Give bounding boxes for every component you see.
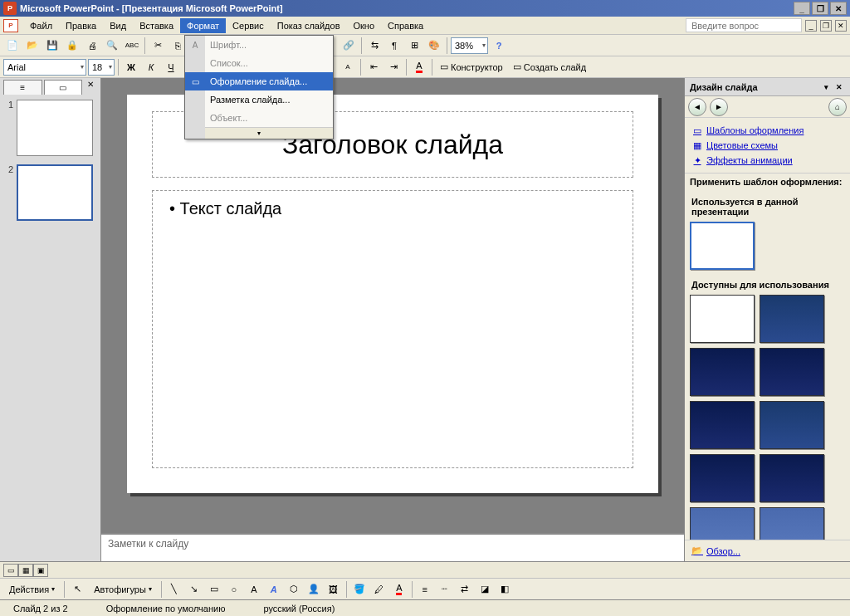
task-pane-close[interactable]: ✕ [833, 81, 845, 93]
font-color-button[interactable]: A [410, 58, 428, 76]
doc-close-button[interactable]: ✕ [835, 20, 847, 32]
dash-style-button[interactable]: ┈ [436, 580, 454, 599]
italic-button[interactable]: К [142, 58, 160, 76]
normal-view-button[interactable]: ▭ [3, 564, 18, 577]
restore-button[interactable]: ❐ [812, 2, 828, 15]
fill-color-button[interactable]: 🪣 [350, 580, 369, 599]
expand-button[interactable]: ⇆ [365, 37, 383, 55]
picture-button[interactable]: 🖼 [325, 580, 343, 599]
font-size-dropdown[interactable]: 18 [88, 59, 115, 76]
bold-button[interactable]: Ж [122, 58, 140, 76]
3d-style-button[interactable]: ◧ [496, 580, 514, 599]
autoshapes-menu[interactable]: Автофигуры ▾ [88, 580, 158, 599]
menu-view[interactable]: Вид [103, 18, 133, 33]
open-button[interactable]: 📂 [23, 37, 42, 55]
underline-button[interactable]: Ч [162, 58, 180, 76]
decrease-indent-button[interactable]: ⇤ [364, 58, 383, 76]
menu-item-slide-layout[interactable]: Разметка слайда... [185, 90, 333, 109]
menu-tools[interactable]: Сервис [226, 18, 271, 33]
menu-insert[interactable]: Вставка [133, 18, 180, 33]
permission-button[interactable]: 🔒 [63, 37, 81, 55]
arrow-button[interactable]: ↘ [185, 580, 203, 599]
slides-tab[interactable]: ▭ [44, 80, 83, 95]
template-item[interactable] [690, 348, 755, 396]
template-item[interactable] [690, 401, 755, 449]
template-item[interactable] [760, 454, 824, 502]
ask-question-box[interactable] [686, 18, 802, 32]
nav-back-button[interactable]: ◄ [688, 98, 706, 116]
browse-link[interactable]: 📂 Обзор... [685, 540, 850, 561]
hyperlink-button[interactable]: 🔗 [340, 37, 358, 55]
menu-window[interactable]: Окно [347, 18, 382, 33]
print-button[interactable]: 🖨 [83, 37, 101, 55]
cut-button[interactable]: ✂ [149, 37, 167, 55]
template-gallery[interactable]: Используется в данной презентации Доступ… [685, 190, 850, 540]
clipart-button[interactable]: 👤 [305, 580, 323, 599]
save-button[interactable]: 💾 [43, 37, 61, 55]
template-item[interactable] [690, 454, 755, 502]
menu-edit[interactable]: Правка [59, 18, 103, 33]
outline-tab[interactable]: ≡ [3, 80, 42, 95]
shadow-style-button[interactable]: ◪ [476, 580, 494, 599]
menu-item-list[interactable]: Список... [185, 54, 333, 72]
select-button[interactable]: ↖ [68, 580, 86, 599]
line-color-button[interactable]: 🖊 [370, 580, 388, 599]
wordart-button[interactable]: A [265, 580, 283, 599]
line-button[interactable]: ╲ [165, 580, 183, 599]
template-item[interactable] [690, 507, 755, 540]
line-style-button[interactable]: ≡ [416, 580, 434, 599]
close-button[interactable]: ✕ [830, 2, 847, 15]
diagram-button[interactable]: ⬡ [285, 580, 303, 599]
preview-button[interactable]: 🔍 [103, 37, 121, 55]
grid-button[interactable]: ⊞ [405, 37, 423, 55]
arrow-style-button[interactable]: ⇄ [456, 580, 474, 599]
font-name-dropdown[interactable]: Arial [3, 59, 86, 76]
menu-item-slide-design[interactable]: ▭ Оформление слайда... [185, 72, 333, 90]
spellcheck-button[interactable]: ABC [123, 37, 141, 55]
task-pane-dropdown[interactable]: ▾ [820, 81, 832, 93]
actions-menu[interactable]: Действия ▾ [3, 580, 61, 599]
menu-slideshow[interactable]: Показ слайдов [271, 18, 347, 33]
slide-thumbnail-1[interactable] [17, 100, 93, 156]
template-current[interactable] [690, 222, 755, 270]
slide-canvas[interactable]: Заголовок слайда Текст слайда [127, 95, 658, 493]
link-templates[interactable]: ▭ Шаблоны оформления [691, 123, 843, 138]
menu-file[interactable]: Файл [23, 18, 59, 33]
status-language[interactable]: русский (Россия) [256, 604, 341, 614]
menu-expand[interactable]: ▾ [185, 127, 333, 139]
slideshow-view-button[interactable]: ▣ [33, 564, 48, 577]
textbox-button[interactable]: A [245, 580, 263, 599]
help-button[interactable]: ? [490, 37, 508, 55]
link-animation[interactable]: ✦ Эффекты анимации [691, 153, 843, 168]
template-item[interactable] [760, 401, 824, 449]
notes-pane[interactable]: Заметки к слайду [101, 533, 684, 561]
doc-minimize-button[interactable]: _ [805, 20, 817, 32]
design-button[interactable]: ▭ Конструктор [436, 58, 507, 76]
zoom-dropdown[interactable]: 38% [451, 37, 488, 54]
template-item[interactable] [760, 348, 824, 396]
link-color-schemes[interactable]: ▦ Цветовые схемы [691, 138, 843, 153]
nav-forward-button[interactable]: ► [710, 98, 728, 116]
slide-thumbnail-2[interactable] [17, 164, 93, 221]
template-item[interactable] [760, 295, 824, 343]
new-slide-button[interactable]: ▭ Создать слайд [509, 58, 590, 76]
nav-home-button[interactable]: ⌂ [828, 98, 847, 116]
oval-button[interactable]: ○ [225, 580, 243, 599]
doc-icon[interactable]: P [3, 19, 18, 32]
menu-item-object[interactable]: Объект... [185, 109, 333, 127]
slide-body-placeholder[interactable]: Текст слайда [152, 190, 633, 468]
template-item[interactable] [690, 295, 755, 343]
new-button[interactable]: 📄 [3, 37, 22, 55]
menu-help[interactable]: Справка [381, 18, 430, 33]
rectangle-button[interactable]: ▭ [205, 580, 223, 599]
font-color-button-2[interactable]: A [390, 580, 408, 599]
doc-restore-button[interactable]: ❐ [820, 20, 832, 32]
decrease-font-button[interactable]: A [339, 58, 357, 76]
panel-close-button[interactable]: ✕ [84, 80, 97, 95]
template-item[interactable] [760, 507, 824, 540]
minimize-button[interactable]: _ [794, 2, 810, 15]
menu-format[interactable]: Формат [180, 18, 226, 33]
color-button[interactable]: 🎨 [425, 37, 443, 55]
increase-indent-button[interactable]: ⇥ [384, 58, 403, 76]
slide-viewport[interactable]: Заголовок слайда Текст слайда [101, 78, 684, 533]
